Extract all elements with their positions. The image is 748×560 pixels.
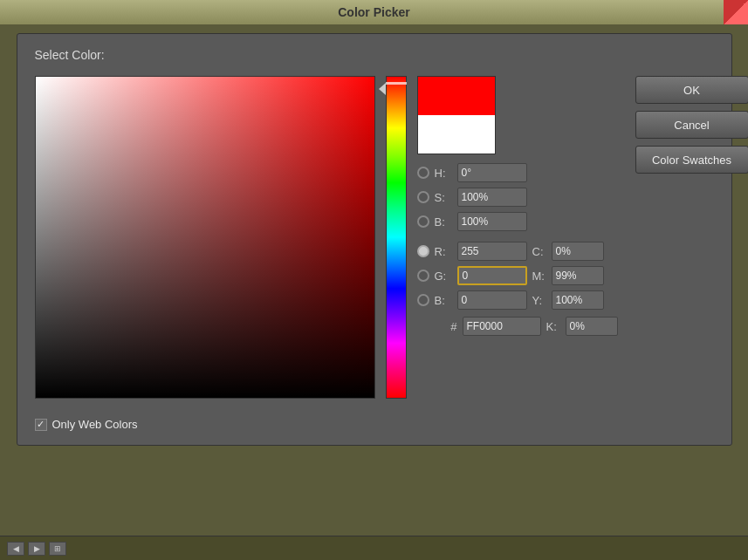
m-label: M: [532,270,546,283]
b-hsl-label: B: [435,215,452,229]
brightness-input-row: B: [417,210,618,233]
app-bottom-bar: ◀ ▶ ⊞ [0,536,748,560]
only-web-colors-label: Only Web Colors [52,418,138,431]
top-bar-accent [724,0,748,24]
r-radio[interactable] [417,245,429,257]
b-rgb-label: B: [435,294,452,307]
y-input[interactable] [552,290,604,310]
dialog-title: Color Picker [338,5,409,19]
k-input[interactable] [566,317,618,336]
select-color-label: Select Color: [35,48,714,62]
g-input[interactable] [457,266,527,285]
r-input[interactable] [457,242,527,261]
y-label: Y: [532,294,546,307]
c-input[interactable] [552,242,604,261]
color-preview-old [418,115,495,154]
g-label: G: [435,270,452,283]
ok-button[interactable]: OK [635,76,749,104]
nav-prev-button[interactable]: ◀ [7,542,24,556]
hex-input[interactable] [463,317,541,336]
right-column: H: S: B: [417,76,749,338]
b-hsl-input[interactable] [457,212,527,231]
s-radio[interactable] [417,191,429,203]
h-radio[interactable] [417,167,429,179]
s-input[interactable] [457,188,527,207]
title-bar: Color Picker [0,0,748,24]
only-web-colors-checkbox[interactable]: ✓ [35,419,47,431]
hue-input-row: H: [417,161,618,184]
g-input-row: G: M: [417,264,618,287]
nav-next-button[interactable]: ▶ [28,542,45,556]
hex-row: # K: [417,315,618,338]
h-input[interactable] [457,163,527,182]
nav-controls: ◀ ▶ ⊞ [7,542,66,556]
nav-grid-button[interactable]: ⊞ [49,542,66,556]
hue-indicator [386,82,407,85]
hash-symbol: # [435,320,457,333]
color-preview [417,76,496,154]
g-radio[interactable] [417,270,429,282]
color-gradient [36,77,374,398]
color-preview-new [418,77,495,115]
r-label: R: [435,245,452,258]
b-hsl-radio[interactable] [417,215,429,228]
hue-slider-container [386,76,407,399]
k-label: K: [546,320,560,333]
b-rgb-input-row: B: Y: [417,289,618,311]
only-web-colors-container[interactable]: ✓ Only Web Colors [35,418,138,431]
color-picker-dialog: Select Color: [17,33,732,446]
color-swatches-button[interactable]: Color Swatches [635,146,749,174]
m-input[interactable] [552,266,604,285]
middle-column: H: S: B: [417,76,618,338]
color-inputs: H: S: B: [417,161,618,338]
r-input-row: R: C: [417,240,618,263]
hue-arrow [379,83,386,95]
b-rgb-input[interactable] [457,290,527,310]
h-label: H: [435,167,452,180]
main-content-row: H: S: B: [35,76,714,399]
button-group: OK Cancel Color Swatches [635,76,749,174]
bottom-bar: ✓ Only Web Colors [35,418,714,431]
c-label: C: [532,245,546,258]
saturation-input-row: S: [417,186,618,208]
s-label: S: [435,191,452,204]
color-field[interactable] [35,76,375,399]
hue-slider[interactable] [386,76,407,399]
b-rgb-radio[interactable] [417,294,429,306]
cancel-button[interactable]: Cancel [635,111,749,139]
